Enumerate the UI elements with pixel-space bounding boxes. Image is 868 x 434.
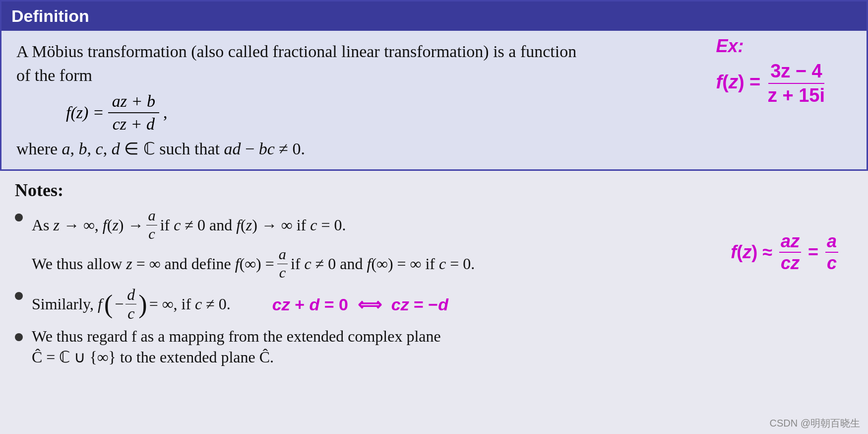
ex-numer: 3z − 4 — [768, 61, 824, 84]
bullet-content-1: As z → ∞, f(z) → a c if c ≠ 0 and f(z) →… — [32, 208, 853, 281]
bullet-3-line2: Ĉ = ℂ ∪ {∞} to the extended plane Ĉ. — [32, 348, 853, 366]
frac-d-over-c: d c — [125, 286, 136, 322]
hw-frac-a-c: a c — [825, 231, 838, 273]
main-formula: f(z) = az + b cz + d , — [66, 92, 167, 134]
watermark: CSDN @明朝百晓生 — [769, 417, 860, 430]
ex-fraction: 3z − 4 z + 15i — [766, 61, 827, 106]
definition-body: A Möbius transformation (also called fra… — [1, 31, 867, 169]
bullet-1-sub: We thus allow z = ∞ and define f(∞) = a … — [32, 246, 853, 281]
bullet-dot-3 — [15, 333, 23, 341]
bullet-item-2: Similarly, f ( − d c ) = ∞, if c ≠ 0. cz… — [15, 286, 853, 322]
handwritten-example: Ex: f(z) = 3z − 4 z + 15i — [716, 36, 827, 106]
hw-bullet2: cz + d = 0 ⟺ cz = −d — [272, 294, 448, 314]
bullet-content-2: Similarly, f ( − d c ) = ∞, if c ≠ 0. cz… — [32, 286, 853, 322]
bullet-2-main: Similarly, f ( − d c ) = ∞, if c ≠ 0. cz… — [32, 286, 853, 322]
main-fraction: az + b cz + d — [108, 92, 159, 134]
bullet-list: As z → ∞, f(z) → a c if c ≠ 0 and f(z) →… — [15, 208, 853, 366]
bullet-item-3: We thus regard f as a mapping from the e… — [15, 327, 853, 366]
bullet-item-1: As z → ∞, f(z) → a c if c ≠ 0 and f(z) →… — [15, 208, 853, 281]
numer: az + b — [108, 92, 159, 113]
denom: cz + d — [109, 113, 159, 134]
bullet-content-3: We thus regard f as a mapping from the e… — [32, 327, 853, 366]
frac-a-over-c: a c — [146, 208, 157, 242]
notes-wrapper: As z → ∞, f(z) → a c if c ≠ 0 and f(z) →… — [15, 208, 853, 366]
bullet-1-main: As z → ∞, f(z) → a c if c ≠ 0 and f(z) →… — [32, 208, 853, 242]
definition-box: Definition A Möbius transformation (also… — [0, 0, 868, 171]
bullet-dot-1 — [15, 214, 23, 221]
ex-label: Ex: — [716, 36, 827, 57]
bullet-3-line1: We thus regard f as a mapping from the e… — [32, 327, 853, 346]
hw-frac-az-cz: az cz — [779, 231, 801, 273]
bullet-dot-2 — [15, 292, 23, 300]
notes-section: Notes: As z → ∞, f(z) → a c if c ≠ 0 and… — [0, 171, 868, 376]
definition-title: Definition — [11, 6, 89, 25]
definition-header: Definition — [1, 1, 867, 31]
hw-right-asymptotic: f(z) ≈ az cz = a c — [731, 231, 838, 273]
where-text: where a, b, c, d ∈ ℂ such that ad − bc ≠… — [16, 139, 852, 158]
notes-title: Notes: — [15, 180, 853, 201]
ex-denom: z + 15i — [766, 84, 827, 106]
frac-a-over-c-2: a c — [277, 246, 288, 281]
ex-formula: f(z) = 3z − 4 z + 15i — [716, 61, 827, 106]
